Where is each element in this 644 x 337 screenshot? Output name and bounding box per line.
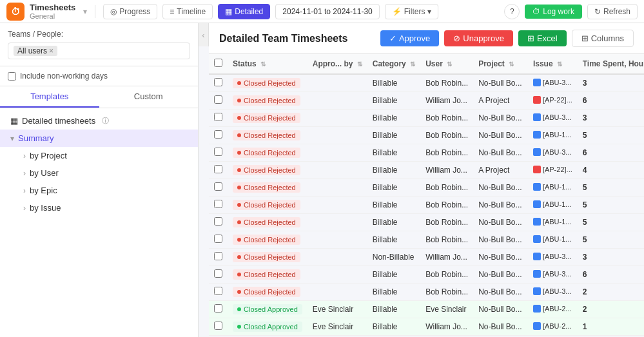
row-time: 3 bbox=[578, 110, 644, 127]
col-user[interactable]: User ⇅ bbox=[420, 54, 473, 74]
sidebar-item-by-user[interactable]: › by User bbox=[0, 164, 198, 182]
issue-type-icon bbox=[533, 200, 541, 208]
issue-badge: [ABU-3... bbox=[533, 253, 572, 260]
row-checkbox-cell bbox=[209, 74, 228, 92]
row-checkbox[interactable] bbox=[214, 269, 222, 278]
sort-category-icon: ⇅ bbox=[410, 61, 415, 68]
table-row: Closed Approved Eve Sinclair Billable Ev… bbox=[209, 301, 644, 318]
col-category[interactable]: Category ⇅ bbox=[367, 54, 420, 74]
row-approby bbox=[307, 127, 367, 144]
row-checkbox[interactable] bbox=[214, 217, 222, 226]
col-issue[interactable]: Issue ⇅ bbox=[528, 54, 578, 74]
progress-nav-btn[interactable]: ◎ Progress bbox=[103, 4, 157, 19]
progress-label: Progress bbox=[119, 7, 150, 16]
tab-custom[interactable]: Custom bbox=[99, 86, 199, 108]
row-checkbox[interactable] bbox=[214, 200, 222, 208]
row-time: 3 bbox=[578, 74, 644, 92]
issue-badge: [ABU-3... bbox=[533, 148, 572, 156]
status-dot bbox=[237, 325, 241, 329]
row-checkbox-cell bbox=[209, 162, 228, 179]
approve-btn[interactable]: ✓ Approve bbox=[380, 30, 439, 46]
row-checkbox[interactable] bbox=[214, 235, 222, 243]
timeline-nav-btn[interactable]: ≡ Timeline bbox=[162, 4, 213, 19]
row-checkbox[interactable] bbox=[214, 304, 222, 313]
issue-type-icon bbox=[533, 166, 541, 173]
row-checkbox[interactable] bbox=[214, 252, 222, 260]
filters-btn[interactable]: ⚡ Filters ▾ bbox=[385, 4, 439, 19]
row-checkbox[interactable] bbox=[214, 322, 222, 330]
col-time[interactable]: Time Spent, Hours ⇅ bbox=[578, 54, 644, 74]
row-project: A Project bbox=[473, 162, 528, 179]
issue-type-icon bbox=[533, 322, 541, 330]
row-category: Billable bbox=[367, 266, 420, 284]
row-user: William Jo... bbox=[420, 249, 473, 266]
detailed-label: Detailed bbox=[235, 7, 263, 16]
row-user: Bob Robin... bbox=[420, 110, 473, 127]
teams-input[interactable]: All users × bbox=[8, 43, 190, 59]
row-status: Closed Rejected bbox=[228, 162, 307, 179]
unapprove-btn[interactable]: ⊘ Unapprove bbox=[444, 30, 513, 46]
row-checkbox[interactable] bbox=[214, 130, 222, 139]
topbar-divider bbox=[95, 5, 95, 18]
row-checkbox[interactable] bbox=[214, 148, 222, 156]
select-all-checkbox[interactable] bbox=[214, 59, 222, 67]
table-row: Closed Rejected Billable Bob Robin... No… bbox=[209, 231, 644, 249]
approve-icon: ✓ bbox=[389, 34, 396, 43]
sidebar-item-by-issue[interactable]: › by Issue bbox=[0, 199, 198, 217]
status-dot bbox=[237, 203, 241, 207]
row-project: No-Bull Bo... bbox=[473, 127, 528, 144]
app-info: Timesheets General bbox=[30, 3, 75, 21]
row-checkbox[interactable] bbox=[214, 95, 222, 104]
row-category: Billable bbox=[367, 318, 420, 336]
issue-type-icon bbox=[533, 287, 541, 295]
logwork-btn[interactable]: ⏱ Log work bbox=[525, 5, 582, 19]
date-range[interactable]: 2024-11-01 to 2024-11-30 bbox=[275, 4, 379, 19]
issue-badge: [AP-22]... bbox=[533, 166, 572, 173]
col-project[interactable]: Project ⇅ bbox=[473, 54, 528, 74]
collapse-sidebar-btn[interactable]: ‹ bbox=[199, 23, 209, 46]
col-approby[interactable]: Appro... by ⇅ bbox=[307, 54, 367, 74]
non-working-checkbox[interactable] bbox=[8, 72, 16, 81]
sidebar-item-by-epic[interactable]: › by Epic bbox=[0, 182, 198, 199]
app-chevron-icon[interactable]: ▾ bbox=[83, 7, 87, 16]
col-status[interactable]: Status ⇅ bbox=[228, 54, 307, 74]
row-checkbox[interactable] bbox=[214, 182, 222, 191]
refresh-btn[interactable]: ↻ Refresh bbox=[587, 4, 638, 19]
tab-templates[interactable]: Templates bbox=[0, 86, 99, 108]
row-category: Billable bbox=[367, 231, 420, 249]
table-row: Closed Rejected Billable William Jo... A… bbox=[209, 162, 644, 179]
columns-btn[interactable]: ⊞ Columns bbox=[572, 30, 634, 47]
status-badge: Closed Approved bbox=[233, 304, 302, 314]
status-dot bbox=[237, 186, 241, 189]
row-issue: [ABU-3... bbox=[528, 74, 578, 92]
teams-label: Teams / People: bbox=[8, 30, 190, 39]
sort-issue-icon: ⇅ bbox=[557, 61, 562, 68]
summary-chevron-icon: ▾ bbox=[10, 134, 14, 143]
excel-btn[interactable]: ⊞ Excel bbox=[518, 30, 567, 46]
sidebar-item-by-project[interactable]: › by Project bbox=[0, 147, 198, 164]
sidebar-item-summary[interactable]: ▾ Summary bbox=[0, 130, 198, 147]
row-approby bbox=[307, 110, 367, 127]
issue-badge: [ABU-3... bbox=[533, 287, 572, 295]
row-time: 4 bbox=[578, 162, 644, 179]
row-status: Closed Rejected bbox=[228, 284, 307, 301]
row-status: Closed Rejected bbox=[228, 266, 307, 284]
sidebar-item-detailed-timesheets[interactable]: ▦ Detailed timesheets ⓘ bbox=[0, 112, 198, 130]
row-project: No-Bull Bo... bbox=[473, 249, 528, 266]
help-btn[interactable]: ? bbox=[504, 4, 520, 19]
issue-type-icon bbox=[533, 96, 541, 104]
row-approby bbox=[307, 231, 367, 249]
row-approby bbox=[307, 266, 367, 284]
row-checkbox[interactable] bbox=[214, 165, 222, 173]
row-user: Bob Robin... bbox=[420, 144, 473, 162]
teams-tag-remove[interactable]: × bbox=[49, 46, 54, 55]
row-issue: [ABU-1... bbox=[528, 214, 578, 231]
row-checkbox[interactable] bbox=[214, 78, 222, 86]
by-user-chevron-icon: › bbox=[23, 169, 26, 178]
row-checkbox[interactable] bbox=[214, 113, 222, 121]
row-checkbox[interactable] bbox=[214, 287, 222, 295]
detailed-nav-btn[interactable]: ▦ Detailed bbox=[218, 4, 270, 19]
status-badge: Closed Rejected bbox=[233, 287, 300, 297]
app-subtitle: General bbox=[30, 12, 75, 20]
row-project: No-Bull Bo... bbox=[473, 266, 528, 284]
